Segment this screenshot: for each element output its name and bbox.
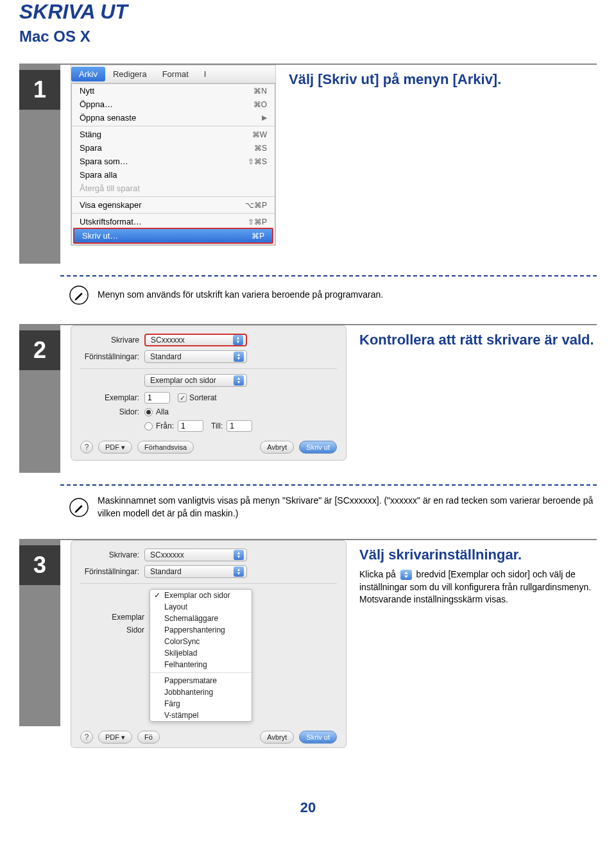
copies-input[interactable] — [144, 392, 170, 404]
arkiv-menu-screenshot: Arkiv Redigera Format I Nytt⌘N Öppna…⌘O … — [71, 65, 276, 246]
menu-separator — [72, 213, 275, 214]
menu-item-aterga: Återgå till sparat — [72, 182, 275, 195]
menu-item-oppna[interactable]: Öppna…⌘O — [72, 98, 275, 111]
updown-arrows-icon: ▲▼ — [233, 335, 243, 345]
page-subtitle: Mac OS X — [19, 28, 597, 46]
menu-item-visa-egenskaper[interactable]: Visa egenskaper⌥⌘P — [72, 198, 275, 212]
dialog-divider — [80, 368, 337, 369]
pages-from-label: Från: — [156, 421, 174, 430]
menu-item-stang[interactable]: Stäng⌘W — [72, 128, 275, 141]
dropdown-item-exemplar[interactable]: Exemplar och sidor — [150, 590, 252, 601]
step-2: 2 Skrivare SCxxxxxx ▲▼ Förinställningar: — [19, 324, 597, 473]
updown-arrows-icon: ▲▼ — [234, 566, 244, 577]
dropdown-item[interactable]: Pappersmatare — [150, 675, 252, 686]
dropdown-separator — [150, 672, 252, 673]
note-text: Menyn som används för utskrift kan varie… — [98, 289, 383, 302]
pages-from-input[interactable] — [178, 420, 203, 432]
collated-checkbox[interactable]: ✓ — [178, 393, 187, 402]
updown-arrows-icon: ▲▼ — [234, 352, 244, 362]
help-button[interactable]: ? — [80, 731, 93, 744]
pages-label: Sidor: — [80, 407, 144, 416]
menu-item-oppna-senaste[interactable]: Öppna senaste▶ — [72, 111, 275, 124]
printer-label: Skrivare — [80, 336, 144, 345]
updown-arrows-icon: ▲▼ — [234, 375, 244, 386]
menubar-tab-arkiv[interactable]: Arkiv — [71, 67, 105, 81]
cancel-button[interactable]: Avbryt — [260, 731, 294, 744]
step-heading: Välj skrivarinställningar. — [359, 547, 597, 563]
section-dropdown-open[interactable]: Exemplar och sidor Layout Schemaläggare … — [150, 589, 252, 722]
dashed-separator — [60, 484, 597, 486]
dropdown-item[interactable]: Färg — [150, 698, 252, 710]
collated-label: Sorterat — [189, 393, 217, 402]
step-body: Klicka på bredvid [Exemplar och sidor] o… — [359, 568, 597, 606]
page-title: SKRIVA UT — [19, 0, 597, 24]
pages-range-radio[interactable] — [144, 422, 153, 430]
print-dialog-dropdown-screenshot: Skrivare: SCxxxxxx ▲▼ Förinställningar: … — [71, 540, 346, 748]
dropdown-item[interactable]: V-stämpel — [150, 710, 252, 721]
presets-label: Förinställningar: — [80, 352, 144, 361]
updown-arrows-icon: ▲▼ — [234, 550, 244, 560]
printer-label: Skrivare: — [80, 550, 144, 559]
menu-separator — [72, 126, 275, 126]
step-number: 3 — [19, 545, 60, 585]
menu-item-spara-som[interactable]: Spara som…⇧⌘S — [72, 155, 275, 168]
presets-label: Förinställningar: — [80, 567, 144, 576]
step-number: 1 — [19, 70, 60, 110]
pdf-button[interactable]: PDF ▾ — [98, 731, 132, 744]
dashed-separator — [60, 275, 597, 277]
dropdown-item[interactable]: Skiljeblad — [150, 647, 252, 659]
pages-all-radio[interactable] — [144, 408, 153, 416]
copies-abbr: Exemplar — [80, 613, 144, 622]
cancel-button[interactable]: Avbryt — [260, 441, 294, 454]
menubar-tab-redigera[interactable]: Redigera — [105, 67, 155, 81]
step-number: 2 — [19, 330, 60, 370]
presets-dropdown[interactable]: Standard ▲▼ — [144, 350, 247, 363]
menu-item-skriv-ut[interactable]: Skriv ut…⌘P — [73, 228, 273, 244]
print-dialog-screenshot: Skrivare SCxxxxxx ▲▼ Förinställningar: S… — [71, 325, 346, 461]
menu-item-nytt[interactable]: Nytt⌘N — [72, 84, 275, 98]
help-button[interactable]: ? — [80, 441, 93, 454]
step-heading: Välj [Skriv ut] på menyn [Arkiv]. — [289, 71, 597, 88]
submenu-arrow-icon: ▶ — [262, 114, 267, 122]
pages-abbr: Sidor — [80, 625, 144, 634]
pages-all-label: Alla — [156, 407, 169, 416]
copies-label: Exemplar: — [80, 393, 144, 402]
printer-dropdown[interactable]: SCxxxxxx ▲▼ — [144, 334, 247, 346]
page-number: 20 — [19, 799, 597, 816]
fo-button-fragment[interactable]: Fö — [137, 731, 160, 744]
dropdown-item[interactable]: Jobbhantering — [150, 686, 252, 698]
dialog-divider — [80, 583, 337, 584]
updown-arrows-icon — [400, 570, 412, 580]
note-row: Menyn som används för utskrift kan varie… — [69, 285, 597, 305]
pencil-note-icon — [69, 498, 89, 517]
dropdown-item[interactable]: Layout — [150, 601, 252, 613]
presets-dropdown[interactable]: Standard ▲▼ — [144, 565, 247, 578]
printer-dropdown[interactable]: SCxxxxxx ▲▼ — [144, 549, 247, 561]
menubar-tab-extra[interactable]: I — [196, 67, 214, 81]
pages-to-label: Till: — [211, 421, 223, 430]
step-3: 3 Skrivare: SCxxxxxx ▲▼ Förinställningar… — [19, 539, 597, 748]
dropdown-item[interactable]: ColorSync — [150, 636, 252, 647]
step-heading: Kontrollera att rätt skrivare är vald. — [359, 332, 597, 348]
print-button[interactable]: Skriv ut — [299, 731, 337, 744]
pencil-note-icon — [69, 285, 89, 305]
note-text: Maskinnamnet som vanligtvis visas på men… — [98, 495, 597, 520]
note-row: Maskinnamnet som vanligtvis visas på men… — [69, 495, 597, 520]
menu-item-spara[interactable]: Spara⌘S — [72, 141, 275, 155]
section-dropdown[interactable]: Exemplar och sidor ▲▼ — [144, 374, 247, 387]
print-button[interactable]: Skriv ut — [299, 441, 337, 454]
dropdown-item[interactable]: Felhantering — [150, 659, 252, 670]
step-1: 1 Arkiv Redigera Format I Nytt⌘N Öppna…⌘… — [19, 64, 597, 264]
menu-item-utskriftsformat[interactable]: Utskriftsformat…⇧⌘P — [72, 215, 275, 228]
pdf-button[interactable]: PDF ▾ — [98, 441, 132, 454]
menu-item-spara-alla[interactable]: Spara alla — [72, 168, 275, 182]
menubar-tab-format[interactable]: Format — [155, 67, 196, 81]
preview-button[interactable]: Förhandsvisa — [137, 441, 194, 454]
menu-separator — [72, 196, 275, 197]
pages-to-input[interactable] — [227, 420, 252, 432]
